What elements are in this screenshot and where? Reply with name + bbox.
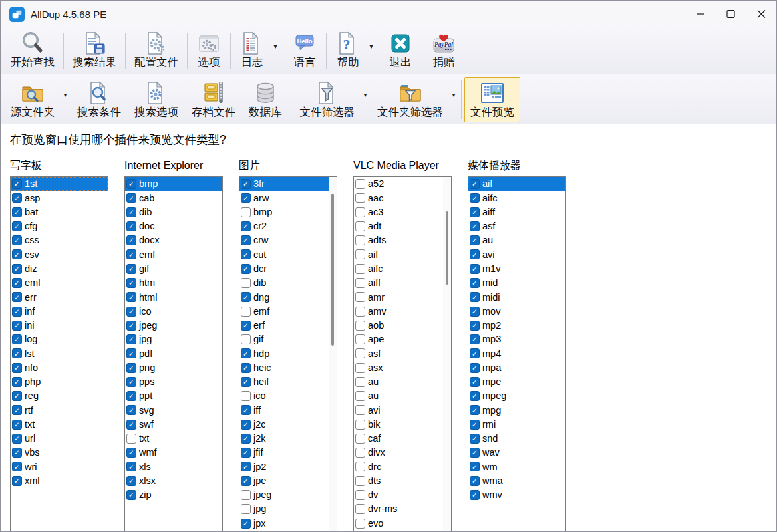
checkbox-checked-icon[interactable]: ✓ (241, 519, 251, 529)
checkbox-checked-icon[interactable]: ✓ (470, 278, 480, 288)
checkbox-checked-icon[interactable]: ✓ (12, 321, 22, 331)
checkbox-checked-icon[interactable]: ✓ (470, 179, 480, 189)
extension-row[interactable]: ✓rmi (468, 418, 565, 432)
extension-row[interactable]: ✓ppt (125, 389, 222, 403)
checkbox-unchecked-icon[interactable] (241, 334, 251, 344)
extension-row[interactable]: aob (354, 319, 451, 332)
extension-row[interactable]: ✓wmf (125, 446, 222, 460)
toolbar-button-donate[interactable]: PayPal捐赠 (425, 30, 462, 72)
checkbox-unchecked-icon[interactable] (355, 363, 365, 373)
extension-row[interactable]: ✓j2c (239, 418, 337, 432)
extension-row[interactable]: ✓jpg (125, 332, 222, 346)
checkbox-checked-icon[interactable]: ✓ (241, 377, 251, 387)
extension-row[interactable]: ✓erf (239, 319, 337, 332)
toolbar-button-options[interactable]: 选项 (190, 30, 228, 72)
scrollbar-thumb[interactable] (331, 194, 334, 346)
checkbox-unchecked-icon[interactable] (355, 391, 365, 401)
extension-row[interactable]: ✓bmp (125, 177, 222, 191)
checkbox-checked-icon[interactable]: ✓ (241, 193, 251, 203)
checkbox-checked-icon[interactable]: ✓ (126, 462, 136, 471)
checkbox-checked-icon[interactable]: ✓ (12, 179, 22, 189)
extension-row[interactable]: ✓cfg (11, 219, 108, 233)
extension-row[interactable]: ✓jfif (239, 446, 337, 460)
extension-row[interactable]: ✓log (11, 332, 108, 346)
extension-row[interactable]: ✓reg (11, 389, 108, 403)
close-button[interactable] (746, 1, 776, 27)
dropdown-arrow-icon[interactable]: ▾ (61, 91, 69, 98)
checkbox-checked-icon[interactable]: ✓ (470, 307, 480, 317)
checkbox-checked-icon[interactable]: ✓ (470, 490, 480, 500)
checkbox-checked-icon[interactable]: ✓ (470, 292, 480, 302)
extension-row[interactable]: au (354, 375, 451, 389)
extension-row[interactable]: ico (239, 389, 337, 403)
checkbox-checked-icon[interactable]: ✓ (470, 193, 480, 203)
extension-row[interactable]: ✓lst (11, 346, 108, 360)
checkbox-unchecked-icon[interactable] (355, 405, 365, 415)
extension-row[interactable]: ✓cut (239, 247, 337, 261)
extension-row[interactable]: a52 (354, 177, 451, 191)
checkbox-checked-icon[interactable]: ✓ (241, 264, 251, 274)
extension-row[interactable]: ✓mpe (468, 375, 565, 389)
extension-row[interactable]: dv (354, 488, 451, 502)
extension-row[interactable]: ac3 (354, 205, 451, 219)
checkbox-checked-icon[interactable]: ✓ (126, 235, 136, 245)
checkbox-checked-icon[interactable]: ✓ (12, 405, 22, 415)
checkbox-checked-icon[interactable]: ✓ (12, 462, 22, 471)
extension-row[interactable]: ✓j2k (239, 432, 337, 446)
extension-row[interactable]: ✓1st (11, 177, 108, 191)
extension-row[interactable]: emf (239, 304, 337, 318)
checkbox-unchecked-icon[interactable] (355, 278, 365, 288)
extension-row[interactable]: ✓eml (11, 276, 108, 290)
extension-row[interactable]: ✓m1v (468, 262, 565, 276)
extension-row[interactable]: asf (354, 346, 451, 360)
checkbox-checked-icon[interactable]: ✓ (12, 307, 22, 317)
checkbox-checked-icon[interactable]: ✓ (12, 348, 22, 358)
checkbox-unchecked-icon[interactable] (355, 504, 365, 514)
checkbox-unchecked-icon[interactable] (126, 434, 136, 444)
toolbar-button-profiles[interactable]: 配置文件 (128, 30, 184, 72)
checkbox-checked-icon[interactable]: ✓ (241, 363, 251, 373)
extension-row[interactable]: ape (354, 332, 451, 346)
extension-row[interactable]: amr (354, 290, 451, 304)
extension-row[interactable]: ✓avi (468, 247, 565, 261)
extension-row[interactable]: ✓html (125, 290, 222, 304)
extension-row[interactable]: ✓snd (468, 432, 565, 446)
checkbox-checked-icon[interactable]: ✓ (470, 221, 480, 231)
checkbox-checked-icon[interactable]: ✓ (12, 278, 22, 288)
checkbox-checked-icon[interactable]: ✓ (12, 193, 22, 203)
extension-row[interactable]: txt (125, 432, 222, 446)
extension-row[interactable]: dib (239, 276, 337, 290)
extension-row[interactable]: ✓mpa (468, 360, 565, 374)
extension-row[interactable]: ✓mp4 (468, 346, 565, 360)
toolbar-button-file-preview[interactable]: 文件预览 (464, 77, 520, 122)
extension-row[interactable]: ✓mp3 (468, 332, 565, 346)
checkbox-unchecked-icon[interactable] (241, 504, 251, 514)
extension-row[interactable]: ✓asp (11, 191, 108, 205)
extension-row[interactable]: ✓wm (468, 460, 565, 473)
checkbox-unchecked-icon[interactable] (355, 264, 365, 274)
extension-row[interactable]: ✓png (125, 360, 222, 374)
checkbox-checked-icon[interactable]: ✓ (12, 334, 22, 344)
extension-row[interactable]: ✓wma (468, 474, 565, 488)
extension-row[interactable]: asx (354, 360, 451, 374)
checkbox-checked-icon[interactable]: ✓ (126, 179, 136, 189)
extension-row[interactable]: aif (354, 247, 451, 261)
extension-row[interactable]: evo (354, 516, 451, 530)
extension-row[interactable]: ✓mpeg (468, 389, 565, 403)
checkbox-unchecked-icon[interactable] (355, 434, 365, 444)
checkbox-unchecked-icon[interactable] (355, 377, 365, 387)
checkbox-checked-icon[interactable]: ✓ (470, 249, 480, 259)
maximize-button[interactable] (715, 1, 746, 27)
extension-row[interactable]: bik (354, 418, 451, 432)
extension-row[interactable]: ✓dng (239, 290, 337, 304)
checkbox-checked-icon[interactable]: ✓ (470, 476, 480, 486)
extension-row[interactable]: drc (354, 460, 451, 473)
checkbox-unchecked-icon[interactable] (355, 462, 365, 471)
checkbox-checked-icon[interactable]: ✓ (470, 321, 480, 331)
dropdown-arrow-icon[interactable]: ▾ (450, 91, 458, 98)
checkbox-unchecked-icon[interactable] (241, 391, 251, 401)
extension-row[interactable]: ✓aiff (468, 205, 565, 219)
checkbox-checked-icon[interactable]: ✓ (470, 434, 480, 444)
extension-row[interactable]: ✓php (11, 375, 108, 389)
extension-row[interactable]: caf (354, 432, 451, 446)
